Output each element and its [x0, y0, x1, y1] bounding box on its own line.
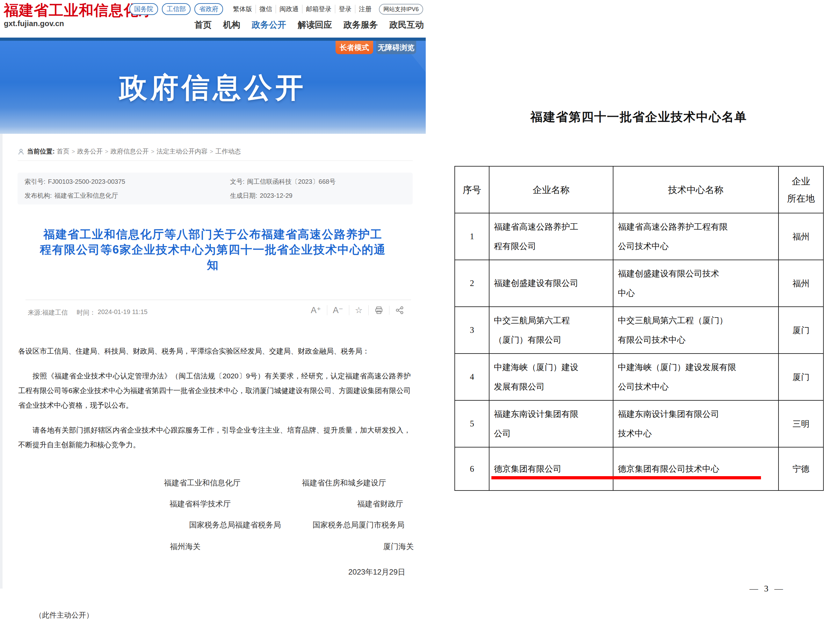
font-increase-icon[interactable]: A⁺: [305, 305, 327, 315]
table-row: 3 中交三航局第六工程 （厦门）有限公司 中交三航局第六工程（厦门） 有限公司技…: [455, 307, 823, 354]
page-number: — 3 —: [750, 584, 785, 594]
signer-science-tech: 福建省科学技术厅: [169, 499, 231, 509]
header-company-name: 企业名称: [489, 166, 613, 213]
breadcrumb-label: 当前位置:: [27, 147, 55, 156]
screenshot-root: 福建省工业和信息化厅 gxt.fujian.gov.cn 国务院 工信部 省政府…: [0, 0, 840, 630]
table-row-highlighted: 6 德京集团有限公司 德京集团有限公司技术中心 宁德: [455, 447, 823, 490]
signature-row-2: 福建省科学技术厅 福建省财政厅: [0, 499, 426, 508]
table-row: 1 福建省高速公路养护工 程有限公司 福建省高速公路养护工程有限 公司技术中心 …: [455, 213, 823, 260]
utility-link-minzhengtong[interactable]: 闽政通: [276, 5, 302, 13]
signer-xiamen-tax: 国家税务总局厦门市税务局: [313, 520, 404, 530]
article-source-row: 来源:福建工信 时间： 2024-01-19 11:15: [28, 308, 148, 317]
signer-fuzhou-customs: 福州海关: [170, 542, 201, 552]
quick-link-state-council[interactable]: 国务院: [129, 3, 158, 15]
nav-item-organization[interactable]: 机构: [223, 19, 240, 31]
page-banner: 政府信息公开 长者模式 无障碍浏览: [0, 41, 426, 134]
meta-doc-number: 文号:闽工信联函科技〔2023〕668号: [223, 177, 413, 186]
utility-row: 国务院 工信部 省政府 繁体版 微信 闽政通 邮箱登录 登录 注册 网站支持IP…: [129, 3, 423, 15]
article-toolbar: A⁺ A⁻ ☆: [305, 305, 410, 315]
utility-links: 繁体版 微信 闽政通 邮箱登录 登录 注册: [229, 5, 375, 13]
quick-link-provincial-gov[interactable]: 省政府: [194, 3, 223, 15]
header-center-name: 技术中心名称: [613, 166, 778, 213]
ipv6-support-badge: 网站支持IPV6: [379, 4, 423, 15]
breadcrumb-item-statutory-content[interactable]: 法定主动公开内容: [156, 147, 215, 156]
breadcrumb-divider: [17, 161, 413, 161]
red-highlight-underline: [491, 476, 761, 479]
attachment-document: 福建省第四十一批省企业技术中心名单 序号 企业名称 技术中心名称 企业 所在地: [426, 0, 840, 630]
utility-link-wechat[interactable]: 微信: [256, 5, 276, 13]
signer-finance: 福建省财政厅: [357, 499, 403, 509]
meta-index-number: 索引号:FJ00103-2500-2023-00375: [17, 177, 223, 186]
signature-row-4: 福州海关 厦门海关: [0, 542, 426, 551]
nav-item-services[interactable]: 政务服务: [344, 19, 378, 31]
signer-fujian-tax: 国家税务总局福建省税务局: [189, 520, 281, 530]
site-logo-domain: gxt.fujian.gov.cn: [4, 19, 153, 28]
breadcrumb-item-home[interactable]: 首页: [57, 147, 77, 156]
main-nav: 首页 机构 政务公开 解读回应 政务服务 政民互动: [194, 19, 424, 31]
nav-item-home[interactable]: 首页: [194, 19, 212, 31]
tech-center-table-wrap: 序号 企业名称 技术中心名称 企业 所在地 1 福建省高速公路养护工 程有限公司…: [455, 166, 823, 491]
signature-row-3: 国家税务总局福建省税务局 国家税务总局厦门市税务局: [0, 520, 426, 529]
utility-link-login[interactable]: 登录: [335, 5, 355, 13]
signer-housing: 福建省住房和城乡建设厅: [302, 478, 386, 488]
print-icon[interactable]: [369, 306, 389, 315]
utility-link-traditional[interactable]: 繁体版: [229, 5, 256, 13]
breadcrumb-item-gov-affairs[interactable]: 政务公开: [77, 147, 111, 156]
article-time: 时间： 2024-01-19 11:15: [77, 308, 148, 317]
article-title: 福建省工业和信息化厅等八部门关于公布福建省高速公路养护工 程有限公司等6家企业技…: [13, 227, 413, 272]
title-divider: [25, 300, 411, 300]
font-decrease-icon[interactable]: A⁻: [327, 305, 349, 315]
table-row: 4 中建海峡（厦门）建设 发展有限公司 中建海峡（厦门）建设发展有限 公司技术中…: [455, 354, 823, 400]
share-icon[interactable]: [389, 306, 410, 315]
gov-webpage: 福建省工业和信息化厅 gxt.fujian.gov.cn 国务院 工信部 省政府…: [0, 0, 426, 630]
site-header: 福建省工业和信息化厅 gxt.fujian.gov.cn 国务院 工信部 省政府…: [0, 0, 426, 38]
location-person-icon: [17, 148, 25, 155]
utility-link-register[interactable]: 注册: [355, 5, 375, 13]
signature-date: 2023年12月29日: [348, 567, 405, 577]
signer-miit: 福建省工业和信息化厅: [164, 478, 241, 488]
document-meta-card: 索引号:FJ00103-2500-2023-00375 文号:闽工信联函科技〔2…: [17, 173, 413, 205]
nav-item-interpretation[interactable]: 解读回应: [298, 19, 332, 31]
table-row: 5 福建东南设计集团有限 公司 福建东南设计集团有限公司 技术中心 三明: [455, 400, 823, 447]
utility-link-mail-login[interactable]: 邮箱登录: [302, 5, 335, 13]
article-paragraph-request: 请各地有关部门抓好辖区内省企业技术中心跟踪服务工作，引导企业专注主业、培育品牌、…: [18, 423, 411, 452]
quick-link-miit[interactable]: 工信部: [162, 3, 191, 15]
article-body: 各设区市工信局、住建局、科技局、财政局、税务局，平潭综合实验区经发局、交建局、财…: [18, 344, 411, 452]
content-area: 当前位置: 首页 政务公开 政府信息公开 法定主动公开内容 工作动态 索引号:F…: [0, 134, 426, 589]
breadcrumb-item-work-updates[interactable]: 工作动态: [215, 147, 241, 156]
breadcrumb: 当前位置: 首页 政务公开 政府信息公开 法定主动公开内容 工作动态: [17, 147, 241, 156]
header-company-location: 企业 所在地: [778, 166, 823, 213]
meta-issue-date: 生成日期:2023-12-29: [223, 191, 413, 200]
nav-item-gov-affairs[interactable]: 政务公开: [252, 19, 286, 31]
header-serial-number: 序号: [455, 166, 489, 213]
favorite-star-icon[interactable]: ☆: [349, 305, 369, 315]
tech-center-table: 序号 企业名称 技术中心名称 企业 所在地 1 福建省高速公路养护工 程有限公司…: [455, 166, 824, 491]
article-paragraph-salutation: 各设区市工信局、住建局、科技局、财政局、税务局，平潭综合实验区经发局、交建局、财…: [18, 344, 411, 359]
article-paragraph-decision: 按照《福建省企业技术中心认定管理办法》（闽工信法规〔2020〕9号）有关要求，经…: [18, 369, 411, 413]
article-source: 来源:福建工信: [28, 308, 68, 317]
banner-title: 政府信息公开: [0, 69, 426, 107]
signature-row-1: 福建省工业和信息化厅 福建省住房和城乡建设厅: [0, 478, 426, 487]
nav-item-interaction[interactable]: 政民互动: [389, 19, 424, 31]
table-header-row: 序号 企业名称 技术中心名称 企业 所在地: [455, 166, 823, 213]
disclosure-footnote: （此件主动公开）: [35, 610, 93, 620]
meta-issuing-agency: 发布机构:福建省工业和信息化厅: [17, 191, 223, 200]
header-divider-strip: [0, 38, 426, 41]
table-row: 2 福建创盛建设有限公司 福建创盛建设有限公司技术 中心 福州: [455, 260, 823, 307]
signer-xiamen-customs: 厦门海关: [383, 542, 414, 552]
elder-mode-button[interactable]: 长者模式: [336, 41, 373, 54]
attachment-title: 福建省第四十一批省企业技术中心名单: [455, 109, 823, 125]
accessibility-button[interactable]: 无障碍浏览: [376, 41, 416, 54]
breadcrumb-item-info-disclosure[interactable]: 政府信息公开: [111, 147, 157, 156]
